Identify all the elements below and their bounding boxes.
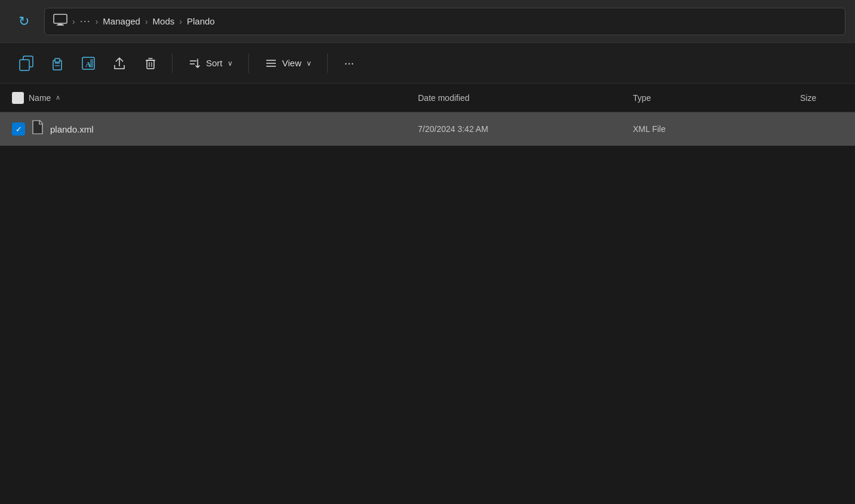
file-name-cell: ✓ plando.xml [7, 119, 413, 139]
file-name: plando.xml [50, 124, 94, 134]
select-all-checkbox[interactable] [12, 92, 24, 104]
breadcrumb-managed[interactable]: Managed [103, 16, 140, 26]
sort-button[interactable]: Sort ∨ [180, 49, 241, 78]
col-header-name[interactable]: Name ∧ [7, 92, 413, 104]
toolbar-divider-1 [172, 54, 173, 73]
svg-rect-6 [55, 59, 60, 62]
column-headers: Name ∧ Date modified Type Size [0, 84, 855, 112]
col-header-date[interactable]: Date modified [413, 93, 628, 103]
file-list: Name ∧ Date modified Type Size ✓ plando.… [0, 84, 855, 146]
svg-rect-11 [90, 59, 93, 67]
more-label: ··· [344, 56, 354, 70]
breadcrumb-container[interactable]: › ··· › Managed › Mods › Plando [44, 8, 845, 35]
row-checkbox[interactable]: ✓ [12, 122, 25, 136]
svg-rect-0 [54, 14, 67, 23]
monitor-icon [53, 14, 67, 29]
table-row[interactable]: ✓ plando.xml 7/20/2024 3:42 AM XML File [0, 112, 855, 146]
col-header-type[interactable]: Type [628, 93, 795, 103]
copy-button[interactable] [12, 49, 41, 78]
rename-button[interactable]: A [74, 49, 103, 78]
more-button[interactable]: ··· [335, 49, 364, 78]
file-icon [31, 119, 44, 139]
breadcrumb-sep-4: › [179, 17, 182, 26]
col-sort-indicator: ∧ [56, 94, 60, 102]
col-header-size[interactable]: Size [795, 93, 848, 103]
delete-button[interactable] [136, 49, 165, 78]
file-date: 7/20/2024 3:42 AM [413, 124, 628, 134]
view-button[interactable]: View ∨ [256, 49, 320, 78]
view-dropdown-arrow: ∨ [306, 59, 312, 67]
breadcrumb-mods[interactable]: Mods [153, 16, 175, 26]
paste-button[interactable] [43, 49, 72, 78]
svg-rect-12 [147, 60, 154, 69]
sort-dropdown-arrow: ∨ [227, 59, 233, 67]
breadcrumb-plando[interactable]: Plando [187, 16, 215, 26]
breadcrumb-sep-1: › [72, 17, 75, 26]
breadcrumb-sep-2: › [96, 17, 99, 26]
refresh-button[interactable]: ↻ [10, 7, 38, 36]
sort-label: Sort [206, 58, 223, 68]
col-date-label: Date modified [418, 93, 469, 103]
toolbar: A Sort ∨ [0, 43, 855, 84]
breadcrumb-sep-3: › [145, 17, 148, 26]
breadcrumb-ellipsis[interactable]: ··· [80, 15, 91, 27]
toolbar-divider-3 [327, 54, 328, 73]
col-size-label: Size [800, 93, 816, 103]
col-type-label: Type [633, 93, 651, 103]
address-bar: ↻ › ··· › Managed › Mods › Plando [0, 0, 855, 43]
share-button[interactable] [105, 49, 134, 78]
view-label: View [282, 58, 302, 68]
svg-rect-4 [20, 60, 29, 70]
toolbar-divider-2 [248, 54, 249, 73]
file-type: XML File [628, 124, 795, 134]
col-name-label: Name [29, 93, 51, 103]
